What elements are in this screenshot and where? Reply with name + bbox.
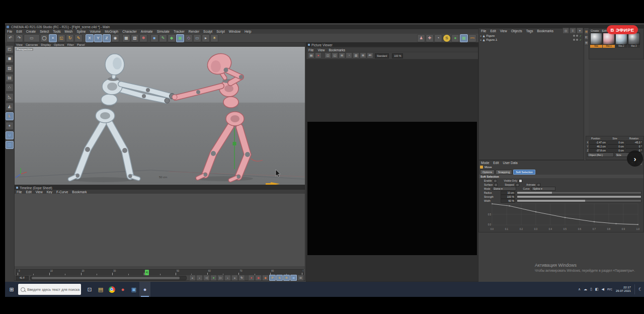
param-mode[interactable]: ModeDome ▾ — [484, 187, 516, 191]
mograph-icon[interactable]: ◆ — [168, 34, 176, 42]
workplane-icon[interactable]: ▤ — [6, 74, 14, 82]
menu-item[interactable]: Panel — [75, 43, 86, 46]
menu-item[interactable]: Select — [38, 30, 51, 33]
checkbox[interactable] — [537, 183, 540, 187]
loop-button[interactable]: ↻ — [238, 275, 245, 281]
menu-item[interactable]: Script — [214, 30, 227, 33]
explorer-button[interactable]: ▤ — [95, 282, 106, 297]
compare-icon[interactable]: ◫ — [325, 52, 331, 58]
deformer-icon[interactable]: ◇ — [185, 34, 193, 42]
menu-item[interactable]: F-Curve — [54, 190, 70, 194]
tray-lang-label[interactable]: РУС — [607, 288, 612, 291]
coord-system-icon[interactable]: ◉ — [111, 34, 119, 42]
menu-item[interactable]: Options — [52, 43, 66, 46]
viewport-canvas[interactable]: 50 cm Perspective — [15, 47, 305, 185]
picture-viewer-window[interactable]: Picture Viewer FileViewBookmarks ▤●◫◱⊞◔▥… — [306, 42, 478, 282]
menu-item[interactable]: Display — [39, 43, 52, 46]
model-mode-icon[interactable]: ◼ — [6, 55, 14, 63]
menu-item[interactable]: Edit — [24, 190, 33, 194]
x-axis-lock[interactable]: X — [86, 34, 94, 42]
object-manager[interactable]: FileEditViewObjectsTagsBookmarks ◎≡▾ ▸♟F… — [478, 28, 584, 160]
timeline-range-slider[interactable] — [30, 276, 187, 280]
key-parameter-button[interactable]: ▣ — [290, 275, 297, 281]
dot-green-icon[interactable]: ● — [451, 34, 459, 42]
fullscreen-icon[interactable]: ⊠ — [360, 52, 366, 58]
figure-left-mannequin[interactable] — [70, 54, 175, 179]
environment-icon[interactable]: ▭ — [193, 34, 201, 42]
figure-right-mannequin[interactable] — [172, 50, 250, 180]
size-field[interactable]: 0 cm — [607, 140, 625, 144]
fps-icon[interactable]: FPS — [468, 34, 476, 42]
visibility-dot[interactable] — [576, 35, 578, 37]
add-cube-icon[interactable]: ■ — [150, 34, 158, 42]
tray-chevron-icon[interactable]: ∧ — [578, 287, 581, 291]
record-key-button[interactable]: ● — [248, 275, 255, 281]
record-options-button[interactable]: ◆ — [262, 275, 269, 281]
weight-icon[interactable]: ◔ — [434, 34, 442, 42]
range-slider-bar[interactable] — [32, 277, 180, 279]
menu-item[interactable]: Bookmarks — [327, 48, 347, 52]
menu-item[interactable]: Animate — [139, 30, 155, 33]
menu-item[interactable]: Sculpt — [201, 30, 214, 33]
menu-item[interactable]: Mesh — [62, 30, 74, 33]
timeline-arrow-widget[interactable] — [271, 182, 280, 185]
checkbox[interactable] — [494, 183, 498, 187]
menu-item[interactable]: Character — [120, 30, 139, 33]
dropdown[interactable]: Spline ▾ — [531, 187, 555, 191]
layers-icon[interactable]: ▤ — [584, 30, 589, 34]
menu-item[interactable]: File — [306, 48, 315, 52]
render-region-icon[interactable]: ▧ — [131, 34, 139, 42]
menu-item[interactable]: File — [479, 29, 488, 33]
dropdown[interactable]: Dome ▾ — [492, 187, 516, 191]
coord-mode-dropdown[interactable]: Object (Rel.) — [587, 152, 614, 157]
enabled-check-icon[interactable]: ✓ — [580, 34, 582, 37]
attribute-manager[interactable]: ModeEditUser Data ●↻ Move OptionsSnappin… — [478, 160, 644, 232]
material-thumb[interactable]: Mat.2 — [615, 33, 627, 48]
zoom-dropdown[interactable]: 100 % — [392, 53, 403, 58]
slider-track[interactable] — [517, 195, 641, 198]
fields-icon[interactable]: ▣ — [176, 34, 184, 42]
axis-mode-icon[interactable]: L — [6, 112, 14, 120]
menu-item[interactable]: File — [5, 30, 14, 33]
make-editable-icon[interactable]: ◰ — [6, 45, 14, 53]
menu-item[interactable]: File — [15, 190, 24, 194]
grid-small-icon[interactable]: ▦ — [584, 41, 589, 45]
position-field[interactable]: -37.8 cm — [589, 148, 607, 152]
texture-mode-icon[interactable]: ▨ — [6, 64, 14, 72]
menu-item[interactable]: Cameras — [24, 43, 39, 46]
light-icon[interactable]: ☀ — [210, 34, 218, 42]
value-field[interactable]: 10 cm — [501, 191, 515, 195]
menu-item[interactable]: View — [498, 29, 509, 33]
next-frame-button[interactable]: ▷ — [217, 275, 224, 281]
prev-frame-button[interactable]: ◁ — [203, 275, 210, 281]
menu-item[interactable]: Filter — [66, 43, 75, 46]
polygons-mode-icon[interactable]: ◭ — [6, 103, 14, 111]
channel-icon[interactable]: ◔ — [346, 52, 352, 58]
points-mode-icon[interactable]: ∴ — [6, 84, 14, 92]
goto-start-button[interactable]: « — [189, 275, 196, 281]
visibility-dot[interactable] — [573, 39, 575, 41]
key-scale-button[interactable]: S — [276, 275, 283, 281]
om-search-icon[interactable]: ◎ — [562, 28, 569, 34]
attribute-menubar[interactable]: ModeEditUser Data — [479, 161, 605, 165]
histogram-icon[interactable]: ▥ — [353, 52, 359, 58]
render-view-icon[interactable]: ▦ — [122, 34, 130, 42]
menu-item[interactable]: View — [15, 43, 24, 46]
falloff-curve-graph[interactable]: 0.00.10.20.30.40.50.60.70.80.91.00.50.0 — [485, 203, 641, 231]
camera-label[interactable]: Perspective — [16, 48, 33, 51]
autokey-button[interactable]: ◉ — [255, 275, 262, 281]
picture-viewer-menubar[interactable]: FileViewBookmarks — [306, 48, 478, 52]
playhead[interactable]: 41 — [145, 270, 149, 275]
menu-item[interactable]: Bookmark — [70, 190, 89, 194]
save-image-icon[interactable]: ▤ — [308, 52, 314, 58]
om-filter-icon[interactable]: ≡ — [570, 28, 576, 34]
menu-item[interactable]: Spline — [74, 30, 88, 33]
joint-icon[interactable]: ✚ — [426, 34, 434, 42]
om-scroll-icon[interactable]: ▾ — [577, 28, 583, 34]
app-blue-button[interactable]: ▣ — [128, 282, 139, 297]
quantize-icon[interactable]: ◫ — [6, 141, 14, 149]
menu-item[interactable]: Tags — [524, 29, 535, 33]
rotation-handle-arc[interactable] — [251, 159, 263, 161]
prev-key-button[interactable]: ‹ — [196, 275, 203, 281]
object-row[interactable]: ▸♟Figure.1✓ — [479, 38, 583, 42]
